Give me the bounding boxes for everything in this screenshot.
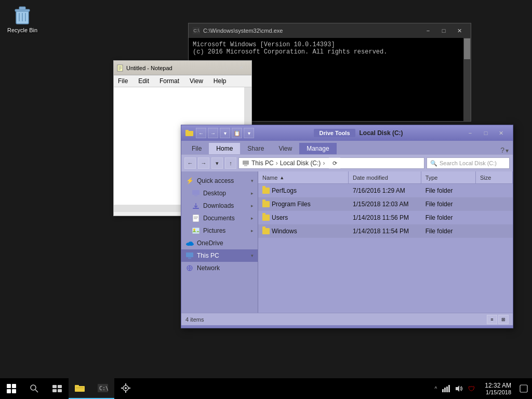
sidebar-item-downloads[interactable]: Downloads ▸ — [181, 200, 258, 212]
search-box[interactable]: 🔍 Search Local Disk (C:) — [427, 157, 510, 169]
cmd-scrollbar[interactable] — [463, 38, 471, 121]
sidebar-item-network[interactable]: Network — [181, 262, 258, 274]
notepad-minimize-button[interactable]: − — [203, 63, 217, 73]
file-list-header: Name ▲ Date modified Type Size — [258, 171, 513, 184]
taskbar-apps: C:\ — [69, 378, 429, 399]
folder-icon — [262, 215, 270, 221]
svg-rect-51 — [448, 385, 450, 392]
nav-back-button[interactable]: ← — [184, 157, 196, 169]
recycle-bin-label: Recycle Bin — [7, 27, 37, 33]
clock-time: 12:32 AM — [485, 382, 511, 389]
table-row[interactable]: PerfLogs 7/16/2016 1:29 AM File folder — [258, 184, 513, 197]
file-date-cell: 1/14/2018 11:54 PM — [349, 228, 421, 235]
notepad-menu-help[interactable]: Help — [211, 76, 229, 86]
ribbon-tab-home[interactable]: Home — [209, 143, 240, 154]
svg-rect-50 — [446, 387, 448, 392]
explorer-qat: ← → ▾ 📋 ▾ — [196, 128, 254, 138]
tray-volume-icon[interactable] — [454, 383, 464, 394]
this-pc-icon — [185, 251, 194, 260]
sidebar-item-pictures[interactable]: Pictures ▸ — [181, 224, 258, 237]
folder-icon — [262, 188, 270, 194]
search-icon — [30, 384, 39, 393]
col-header-size[interactable]: Size — [476, 171, 513, 183]
address-local-disk: Local Disk (C:) — [280, 159, 321, 167]
taskbar-clock[interactable]: 12:32 AM 1/15/2018 — [481, 382, 515, 395]
sidebar-item-this-pc[interactable]: This PC ▾ — [181, 249, 258, 262]
taskbar-task-view-button[interactable] — [46, 378, 69, 399]
svg-rect-34 — [58, 385, 62, 388]
view-grid-button[interactable]: ⊞ — [498, 315, 509, 324]
cmd-scroll-thumb[interactable] — [464, 38, 470, 59]
nav-up-button[interactable]: ↑ — [225, 157, 236, 169]
notepad-menu-view[interactable]: View — [188, 76, 205, 86]
svg-line-32 — [35, 390, 38, 392]
svg-rect-27 — [186, 252, 193, 257]
tray-expand-button[interactable]: ^ — [433, 386, 440, 392]
explorer-maximize-button[interactable]: □ — [478, 128, 493, 138]
file-type-cell: File folder — [421, 187, 476, 194]
file-explorer-taskbar-icon — [75, 384, 85, 392]
qat-props-btn[interactable]: 📋 — [232, 128, 242, 138]
svg-point-43 — [125, 387, 127, 389]
notepad-close-button[interactable]: ✕ — [234, 63, 248, 73]
sidebar-item-quick-access[interactable]: ⚡ Quick access ▾ — [181, 175, 258, 187]
svg-rect-13 — [243, 161, 249, 165]
qat-fwd-btn[interactable]: → — [208, 128, 218, 138]
qat-back-btn[interactable]: ← — [196, 128, 206, 138]
notepad-menu-edit[interactable]: Edit — [136, 76, 151, 86]
table-row[interactable]: Users 1/14/2018 11:56 PM File folder — [258, 211, 513, 224]
notepad-maximize-button[interactable]: □ — [218, 63, 233, 73]
sidebar-item-documents[interactable]: Documents ▸ — [181, 212, 258, 224]
explorer-close-button[interactable]: ✕ — [494, 128, 509, 138]
svg-marker-52 — [456, 385, 459, 392]
svg-text:C:\: C:\ — [99, 385, 108, 391]
cmd-minimize-button[interactable]: − — [421, 25, 435, 36]
start-button[interactable] — [0, 378, 23, 399]
recycle-bin-icon[interactable]: Recycle Bin — [6, 4, 39, 33]
notepad-menu-format[interactable]: Format — [157, 76, 181, 86]
file-type-cell: File folder — [421, 228, 476, 235]
nav-forward-button[interactable]: → — [198, 157, 209, 169]
explorer-statusbar: 4 items ≡ ⊞ — [181, 313, 513, 325]
taskbar-app-settings[interactable] — [114, 378, 137, 399]
ribbon-help-button[interactable]: ? — [500, 146, 504, 154]
tray-network-icon[interactable] — [441, 383, 451, 394]
cmd-maximize-button[interactable]: □ — [436, 25, 451, 36]
notepad-title: Untitled - Notepad — [117, 64, 172, 72]
qat-down-btn[interactable]: ▾ — [220, 128, 230, 138]
clock-date: 1/15/2018 — [485, 389, 511, 395]
explorer-minimize-button[interactable]: − — [463, 128, 477, 138]
taskbar-app-file-explorer[interactable] — [69, 378, 91, 399]
svg-rect-48 — [442, 389, 444, 392]
table-row[interactable]: Windows 1/14/2018 11:54 PM File folder — [258, 224, 513, 238]
svg-rect-2 — [19, 7, 25, 10]
ribbon-tab-share[interactable]: Share — [240, 143, 271, 154]
tray-security-icon[interactable]: 🛡 — [466, 383, 476, 394]
ribbon-tab-view[interactable]: View — [271, 143, 299, 154]
ribbon-tab-file[interactable]: File — [184, 143, 209, 154]
sidebar-item-onedrive[interactable]: OneDrive — [181, 237, 258, 249]
windows-logo-icon — [7, 384, 16, 393]
view-list-button[interactable]: ≡ — [487, 315, 497, 324]
svg-rect-36 — [58, 389, 62, 392]
taskbar-app-cmd[interactable]: C:\ — [91, 378, 114, 399]
folder-icon — [262, 201, 270, 207]
address-refresh-button[interactable]: ⟳ — [329, 157, 340, 169]
col-header-type[interactable]: Type — [421, 171, 476, 183]
qat-extra-btn[interactable]: ▾ — [244, 128, 254, 138]
col-header-date[interactable]: Date modified — [349, 171, 421, 183]
notepad-menu-file[interactable]: File — [116, 76, 130, 86]
task-view-icon — [52, 385, 62, 392]
notification-button[interactable] — [515, 378, 532, 399]
ribbon-tab-manage[interactable]: Manage — [299, 143, 336, 154]
col-header-name[interactable]: Name ▲ — [258, 171, 349, 183]
ribbon-collapse-button[interactable]: ▲ — [504, 149, 510, 154]
table-row[interactable]: Program Files 1/15/2018 12:03 AM File fo… — [258, 197, 513, 211]
nav-recent-button[interactable]: ▾ — [211, 157, 223, 169]
taskbar-search-button[interactable] — [23, 378, 46, 399]
cmd-close-button[interactable]: ✕ — [452, 25, 467, 36]
cmd-window-controls: − □ ✕ — [421, 25, 467, 36]
sidebar-item-desktop[interactable]: Desktop ▸ — [181, 187, 258, 200]
svg-rect-33 — [52, 385, 57, 388]
address-path[interactable]: This PC › Local Disk (C:) › ⟳ — [238, 157, 424, 169]
